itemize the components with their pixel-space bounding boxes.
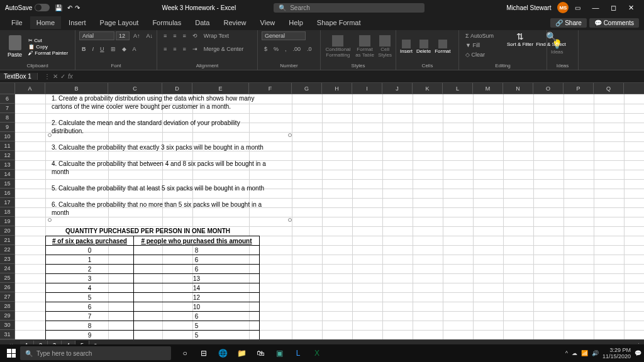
- col-header-C[interactable]: C: [108, 83, 162, 94]
- find-select-button[interactable]: 🔍Find & Select: [536, 31, 566, 47]
- fx-icon[interactable]: fx: [68, 73, 73, 80]
- comments-button[interactable]: 💬 Comments: [589, 18, 639, 28]
- align-middle-icon[interactable]: ≡: [170, 31, 179, 40]
- currency-icon[interactable]: $: [262, 45, 270, 53]
- row-header-22[interactable]: 22: [0, 245, 14, 255]
- tab-help[interactable]: Help: [282, 16, 309, 29]
- table-cell[interactable]: 7: [46, 312, 134, 321]
- row-header-21[interactable]: 21: [0, 236, 14, 245]
- table-cell[interactable]: 8: [134, 246, 260, 255]
- table-cell[interactable]: 4: [46, 283, 134, 293]
- tab-page-layout[interactable]: Page Layout: [94, 16, 145, 29]
- excel-icon[interactable]: X: [308, 346, 326, 361]
- avatar[interactable]: MS: [557, 2, 569, 13]
- align-bottom-icon[interactable]: ≡: [180, 31, 189, 40]
- tray-clock[interactable]: 3:29 PM 11/15/2020: [602, 347, 631, 359]
- name-box[interactable]: TextBox 1: [0, 73, 38, 80]
- edge-icon[interactable]: 🌐: [214, 346, 231, 361]
- table-cell[interactable]: 5: [134, 321, 260, 331]
- format-painter-button[interactable]: 🖌 Format Painter: [28, 50, 68, 56]
- select-all-corner[interactable]: [0, 83, 15, 94]
- font-size-select[interactable]: 12: [116, 31, 130, 40]
- store-icon[interactable]: 🛍: [252, 346, 269, 361]
- enter-formula-icon[interactable]: ✓: [60, 73, 65, 80]
- fill-button[interactable]: ▼ Fill: [463, 41, 482, 50]
- col-header-L[interactable]: L: [443, 83, 473, 94]
- tab-home[interactable]: Home: [30, 16, 61, 29]
- table-cell[interactable]: 6: [46, 302, 134, 312]
- table-cell[interactable]: 2: [46, 265, 134, 274]
- tab-review[interactable]: Review: [217, 16, 252, 29]
- col-header-J[interactable]: J: [382, 83, 413, 94]
- lens-icon[interactable]: L: [289, 346, 307, 361]
- row-header-8[interactable]: 8: [0, 113, 14, 123]
- underline-button[interactable]: U: [97, 45, 107, 53]
- table-cell[interactable]: 3: [46, 274, 134, 283]
- table-cell[interactable]: 5: [46, 293, 134, 302]
- row-header-23[interactable]: 23: [0, 255, 14, 264]
- table-cell[interactable]: 14: [134, 283, 260, 293]
- maximize-button[interactable]: ◻: [606, 4, 621, 11]
- clear-button[interactable]: ◇ Clear: [463, 50, 487, 59]
- close-button[interactable]: ✕: [623, 4, 639, 11]
- table-cell[interactable]: 6: [134, 255, 260, 265]
- textbox-handle[interactable]: [48, 133, 52, 137]
- paste-button[interactable]: Paste: [4, 34, 26, 59]
- autosum-button[interactable]: Σ AutoSum: [463, 31, 496, 40]
- start-button[interactable]: [3, 344, 20, 362]
- share-button[interactable]: 🔗 Share: [550, 18, 586, 28]
- save-icon[interactable]: 💾: [55, 4, 62, 11]
- align-top-icon[interactable]: ≡: [161, 31, 169, 40]
- table-cell[interactable]: 6: [134, 265, 260, 274]
- table-cell[interactable]: 10: [134, 302, 260, 312]
- cut-button[interactable]: ✂ Cut: [28, 38, 68, 43]
- row-header-30[interactable]: 30: [0, 321, 14, 330]
- onedrive-icon[interactable]: ☁: [572, 350, 577, 356]
- font-color-button[interactable]: A: [130, 45, 139, 53]
- italic-button[interactable]: I: [90, 45, 97, 53]
- col-header-I[interactable]: I: [352, 83, 382, 94]
- table-cell[interactable]: 9: [46, 331, 134, 340]
- col-header-A[interactable]: A: [15, 83, 45, 94]
- cortana-icon[interactable]: ○: [176, 346, 194, 361]
- table-cell[interactable]: 1: [46, 255, 134, 265]
- row-header-26[interactable]: 26: [0, 283, 14, 292]
- tab-file[interactable]: File: [5, 16, 29, 29]
- table-cell[interactable]: 5: [134, 331, 260, 340]
- align-center-icon[interactable]: ≡: [170, 45, 179, 53]
- taskbar-search[interactable]: 🔍 Type here to search: [20, 346, 171, 360]
- row-header-6[interactable]: 6: [0, 94, 14, 104]
- increase-decimal-icon[interactable]: .00: [291, 45, 304, 53]
- col-header-G[interactable]: G: [292, 83, 322, 94]
- undo-icon[interactable]: ↶: [67, 4, 72, 11]
- tab-view[interactable]: View: [254, 16, 282, 29]
- textbox-handle[interactable]: [48, 218, 52, 222]
- col-header-Q[interactable]: Q: [594, 83, 624, 94]
- table-cell[interactable]: 13: [134, 274, 260, 283]
- redo-icon[interactable]: ↷: [75, 4, 80, 11]
- wifi-icon[interactable]: 📶: [581, 350, 588, 356]
- table-cell[interactable]: 8: [46, 321, 134, 331]
- row-header-12[interactable]: 12: [0, 151, 14, 160]
- textbox-handle[interactable]: [288, 218, 292, 222]
- row-header-20[interactable]: 20: [0, 226, 14, 236]
- col-header-M[interactable]: M: [473, 83, 503, 94]
- table-cell[interactable]: 0: [46, 246, 134, 255]
- delete-cells-button[interactable]: Delete: [416, 40, 431, 54]
- row-header-25[interactable]: 25: [0, 273, 14, 283]
- col-header-H[interactable]: H: [322, 83, 352, 94]
- cell-styles-button[interactable]: Cell Styles: [378, 35, 392, 58]
- col-header-B[interactable]: B: [45, 83, 108, 94]
- format-cells-button[interactable]: Format: [435, 40, 450, 54]
- explorer-icon[interactable]: 📁: [233, 346, 250, 361]
- format-table-button[interactable]: Format as Table: [355, 35, 374, 58]
- bold-button[interactable]: B: [79, 45, 89, 53]
- task-view-icon[interactable]: ⊟: [195, 346, 213, 361]
- col-header-E[interactable]: E: [192, 83, 249, 94]
- comma-icon[interactable]: ,: [282, 45, 289, 53]
- cancel-formula-icon[interactable]: ✕: [53, 73, 58, 80]
- tab-shape-format[interactable]: Shape Format: [311, 16, 367, 29]
- decrease-font-icon[interactable]: A↓: [144, 31, 156, 40]
- conditional-formatting-button[interactable]: Conditional Formatting: [325, 35, 352, 58]
- row-header-28[interactable]: 28: [0, 302, 14, 311]
